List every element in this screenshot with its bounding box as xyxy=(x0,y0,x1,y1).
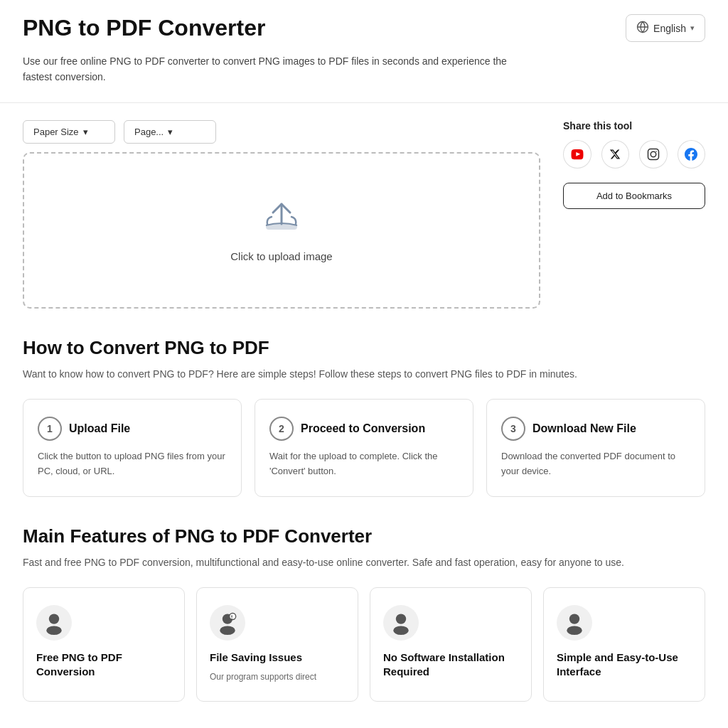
svg-point-9 xyxy=(230,614,236,620)
step-3-card: 3 Download New File Download the convert… xyxy=(486,399,705,497)
feature-4-title: Simple and Easy-to-Use Interface xyxy=(557,651,692,678)
page-description: Use our free online PNG to PDF converter… xyxy=(0,53,555,102)
svg-rect-10 xyxy=(231,615,232,618)
feature-1-icon xyxy=(36,605,72,641)
share-section: Share this tool xyxy=(563,120,705,168)
converter-left: Paper Size ▾ Page... ▾ xyxy=(23,120,540,309)
feature-2-card: File Saving Issues Our program supports … xyxy=(196,587,358,702)
features-title: Main Features of PNG to PDF Converter xyxy=(23,525,705,547)
svg-rect-11 xyxy=(231,619,232,619)
step-1-header: 1 Upload File xyxy=(38,417,227,441)
svg-point-12 xyxy=(396,614,406,624)
step-1-card: 1 Upload File Click the button to upload… xyxy=(23,399,242,497)
svg-point-6 xyxy=(46,626,62,636)
main-content: Paper Size ▾ Page... ▾ xyxy=(0,120,728,702)
bookmark-button[interactable]: Add to Bookmarks xyxy=(563,183,705,209)
feature-1-card: Free PNG to PDF Conversion xyxy=(23,587,185,702)
step-1-desc: Click the button to upload PNG files fro… xyxy=(38,449,227,479)
globe-icon xyxy=(636,21,649,36)
feature-3-card: No Software Installation Required xyxy=(370,587,532,702)
share-title: Share this tool xyxy=(563,120,705,132)
step-3-desc: Download the converted PDF document to y… xyxy=(501,449,690,479)
facebook-icon[interactable] xyxy=(678,140,706,168)
svg-point-3 xyxy=(651,151,656,157)
steps-row: 1 Upload File Click the button to upload… xyxy=(23,399,705,497)
social-icons xyxy=(563,140,705,168)
how-to-title: How to Convert PNG to PDF xyxy=(23,337,705,359)
page-title: PNG to PDF Converter xyxy=(23,15,265,41)
paper-size-label: Paper Size xyxy=(33,127,79,137)
step-3-number: 3 xyxy=(501,417,525,441)
feature-4-icon xyxy=(557,605,592,641)
feature-4-card: Simple and Easy-to-Use Interface xyxy=(543,587,705,702)
chevron-down-icon: ▾ xyxy=(690,23,695,33)
language-label: English xyxy=(653,23,686,34)
svg-point-8 xyxy=(220,626,235,636)
instagram-icon[interactable] xyxy=(639,140,668,168)
svg-point-15 xyxy=(567,626,582,636)
youtube-icon[interactable] xyxy=(563,140,592,168)
step-3-name: Download New File xyxy=(532,422,636,435)
twitter-x-icon[interactable] xyxy=(601,140,630,168)
page-label: Page... xyxy=(134,127,164,137)
svg-point-13 xyxy=(393,626,409,636)
page-header: PNG to PDF Converter English ▾ xyxy=(0,0,728,53)
controls-row: Paper Size ▾ Page... ▾ xyxy=(23,120,540,144)
feature-1-title: Free PNG to PDF Conversion xyxy=(36,651,171,678)
features-row: Free PNG to PDF Conversion File Saving I… xyxy=(23,587,705,702)
step-3-header: 3 Download New File xyxy=(501,417,690,441)
how-to-desc: Want to know how to convert PNG to PDF? … xyxy=(23,366,705,382)
step-2-header: 2 Proceed to Conversion xyxy=(269,417,459,441)
step-1-name: Upload File xyxy=(69,422,130,435)
feature-2-title: File Saving Issues xyxy=(210,651,345,665)
page-dropdown[interactable]: Page... ▾ xyxy=(124,120,216,144)
paper-size-dropdown[interactable]: Paper Size ▾ xyxy=(23,120,115,144)
upload-area[interactable]: Click to upload image xyxy=(23,152,540,309)
step-2-desc: Wait for the upload to complete. Click t… xyxy=(269,449,459,479)
svg-point-4 xyxy=(655,151,657,152)
converter-row: Paper Size ▾ Page... ▾ xyxy=(23,120,705,309)
feature-2-desc: Our program supports direct xyxy=(210,670,345,683)
paper-size-chevron: ▾ xyxy=(83,127,88,137)
page-chevron: ▾ xyxy=(168,127,173,137)
step-2-card: 2 Proceed to Conversion Wait for the upl… xyxy=(255,399,473,497)
feature-3-title: No Software Installation Required xyxy=(383,651,518,678)
language-selector[interactable]: English ▾ xyxy=(626,14,705,42)
upload-icon xyxy=(262,198,301,240)
feature-3-icon xyxy=(383,605,419,641)
svg-point-14 xyxy=(569,614,579,624)
features-desc: Fast and free PNG to PDF conversion, mul… xyxy=(23,555,705,570)
step-2-number: 2 xyxy=(269,417,294,441)
step-1-number: 1 xyxy=(38,417,62,441)
divider xyxy=(0,102,728,103)
feature-2-icon xyxy=(210,605,245,641)
converter-right: Share this tool xyxy=(563,120,705,209)
upload-text: Click to upload image xyxy=(230,250,332,262)
step-2-name: Proceed to Conversion xyxy=(301,422,425,435)
svg-rect-2 xyxy=(648,149,658,159)
svg-point-5 xyxy=(49,614,59,624)
